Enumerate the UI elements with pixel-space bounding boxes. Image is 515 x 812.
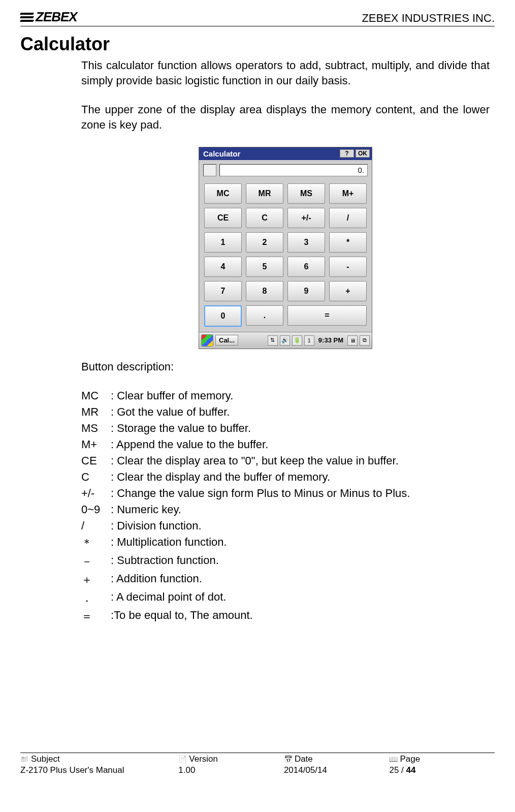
description-text: : Got the value of buffer. (111, 404, 410, 420)
footer-date-value: 2014/05/14 (284, 765, 390, 775)
description-row: MC: Clear buffer of memory. (81, 388, 410, 404)
description-key: MS (81, 420, 111, 436)
description-key: M+ (81, 436, 111, 453)
description-key: ＊ (81, 534, 111, 552)
description-text: : Numeric key. (111, 502, 410, 518)
description-key: ＝ (81, 607, 111, 626)
key-dot[interactable]: . (246, 305, 283, 326)
description-text: : Change the value sign form Plus to Min… (111, 485, 410, 502)
description-key: MC (81, 388, 111, 404)
footer-subject-label: Subject (31, 754, 60, 764)
tray-input-icon[interactable]: 1 (304, 335, 314, 346)
key-9[interactable]: 9 (287, 281, 325, 301)
description-row: ．: A decimal point of dot. (81, 589, 410, 607)
description-key: 0~9 (81, 502, 111, 518)
key-4[interactable]: 4 (204, 257, 242, 277)
footer-page-label: Page (400, 754, 420, 764)
page-title: Calculator (20, 34, 495, 55)
description-key: ． (81, 589, 111, 607)
key-MC[interactable]: MC (204, 183, 242, 204)
tray-network-icon[interactable]: ⇅ (268, 335, 278, 346)
calendar-icon (284, 754, 293, 764)
footer-version-value: 1.00 (178, 765, 284, 775)
key-MR[interactable]: MR (246, 183, 283, 204)
footer-page-value: 25 / 44 (389, 765, 495, 775)
footer-date-label: Date (295, 754, 313, 764)
button-description-heading: Button description: (81, 360, 490, 373)
description-row: /: Division function. (81, 518, 410, 534)
memory-indicator (203, 164, 216, 176)
key-multiply[interactable]: * (329, 232, 367, 253)
description-text: : Clear the display area to "0", but kee… (111, 453, 410, 469)
page-total: 44 (406, 765, 416, 775)
page-footer: Subject Z-2170 Plus User's Manual Versio… (20, 753, 495, 775)
window-title: Calculator (203, 149, 240, 158)
calculator-window: Calculator ? OK 0. MC MR MS M+ CE C +/- … (199, 147, 372, 349)
button-description-table: MC: Clear buffer of memory.MR: Got the v… (81, 388, 410, 626)
key-Mplus[interactable]: M+ (329, 183, 367, 204)
key-3[interactable]: 3 (287, 232, 325, 253)
ok-button[interactable]: OK (356, 149, 370, 158)
description-key: +/- (81, 485, 111, 502)
calculator-display: 0. (219, 164, 368, 176)
description-text: : Division function. (111, 518, 410, 534)
start-button-icon[interactable] (201, 334, 213, 347)
logo-mark-icon (20, 13, 34, 22)
tray-clock: 9:33 PM (316, 336, 345, 344)
taskbar-app-button[interactable]: Cal... (215, 335, 238, 346)
page-separator: / (399, 765, 406, 775)
intro-paragraph-1: This calculator function allows operator… (81, 58, 490, 88)
description-text: : Subtraction function. (111, 552, 410, 571)
description-text: : Addition function. (111, 571, 410, 589)
description-text: : Storage the value to buffer. (111, 420, 410, 436)
key-CE[interactable]: CE (204, 208, 242, 228)
description-text: : A decimal point of dot. (111, 589, 410, 607)
description-row: ＊: Multiplication function. (81, 534, 410, 552)
description-row: ＝:To be equal to, The amount. (81, 607, 410, 626)
description-row: M+: Append the value to the buffer. (81, 436, 410, 453)
description-row: 0~9: Numeric key. (81, 502, 410, 518)
tray-desktop-icon[interactable]: 🖥 (347, 335, 358, 346)
logo-text: ZEBEX (36, 9, 77, 25)
description-row: MS: Storage the value to buffer. (81, 420, 410, 436)
description-row: MR: Got the value of buffer. (81, 404, 410, 420)
key-0[interactable]: 0 (204, 305, 242, 327)
key-1[interactable]: 1 (204, 232, 242, 253)
description-key: C (81, 469, 111, 485)
key-C[interactable]: C (246, 208, 283, 228)
description-key: － (81, 552, 111, 571)
description-row: +/-: Change the value sign form Plus to … (81, 485, 410, 502)
key-plus[interactable]: + (329, 281, 367, 301)
description-text: : Append the value to the buffer. (111, 436, 410, 453)
calculator-titlebar: Calculator ? OK (199, 147, 372, 160)
document-icon (178, 754, 187, 764)
key-sign[interactable]: +/- (287, 208, 325, 228)
key-2[interactable]: 2 (246, 232, 283, 253)
logo: ZEBEX (20, 9, 77, 25)
key-6[interactable]: 6 (287, 257, 325, 277)
description-row: －: Subtraction function. (81, 552, 410, 571)
key-7[interactable]: 7 (204, 281, 242, 301)
folder-icon (20, 754, 29, 764)
key-5[interactable]: 5 (246, 257, 283, 277)
description-key: MR (81, 404, 111, 420)
intro-paragraph-2: The upper zone of the display area displ… (81, 102, 490, 132)
key-minus[interactable]: - (329, 257, 367, 277)
key-MS[interactable]: MS (287, 183, 325, 204)
tray-battery-icon[interactable]: 🔋 (292, 335, 302, 346)
description-text: :To be equal to, The amount. (111, 607, 410, 626)
help-button[interactable]: ? (340, 149, 354, 158)
key-8[interactable]: 8 (246, 281, 283, 301)
tray-volume-icon[interactable]: 🔊 (280, 335, 290, 346)
description-key: CE (81, 453, 111, 469)
tray-windows-icon[interactable]: ⧉ (360, 335, 370, 346)
calculator-keypad: MC MR MS M+ CE C +/- / 1 2 3 * 4 5 6 - 7… (199, 178, 372, 332)
key-equals[interactable]: = (287, 305, 367, 326)
company-name: ZEBEX INDUSTRIES INC. (362, 12, 495, 25)
taskbar: Cal... ⇅ 🔊 🔋 1 9:33 PM 🖥 ⧉ (199, 332, 372, 349)
description-text: : Clear buffer of memory. (111, 388, 410, 404)
key-divide[interactable]: / (329, 208, 367, 228)
page-header: ZEBEX ZEBEX INDUSTRIES INC. (20, 9, 495, 26)
description-text: : Multiplication function. (111, 534, 410, 552)
book-icon (389, 754, 398, 764)
